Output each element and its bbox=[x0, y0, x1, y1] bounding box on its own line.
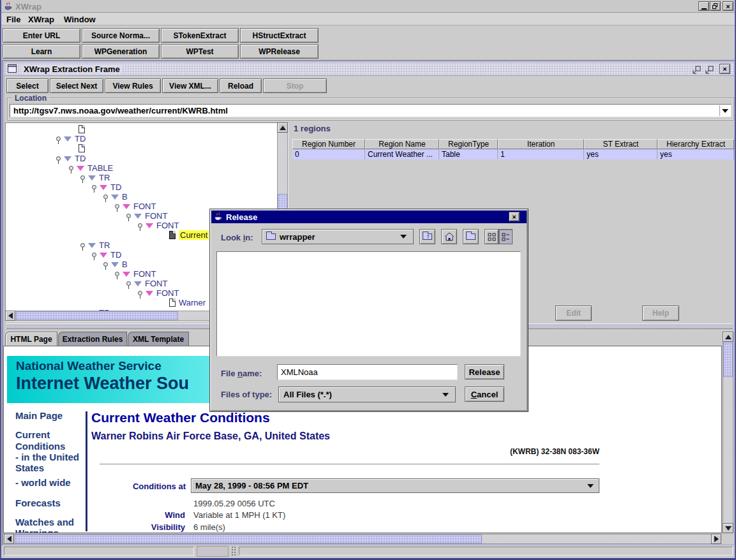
tree-node[interactable]: FONT bbox=[115, 202, 156, 211]
extraction-frame-title-bar: XWrap Extraction Frame × bbox=[4, 63, 734, 76]
conditions-dropdown[interactable]: May 28, 1999 - 08:56 PM EDT bbox=[191, 478, 599, 493]
tree-node[interactable] bbox=[79, 124, 88, 134]
release-dialog-close-button[interactable]: × bbox=[509, 212, 520, 221]
frame-close-button[interactable]: × bbox=[719, 64, 730, 74]
frame-iconify-icon[interactable] bbox=[693, 65, 701, 77]
up-folder-button[interactable]: ↑ bbox=[419, 229, 435, 244]
home-icon bbox=[444, 232, 454, 241]
location-url-field[interactable]: http://tgsv7.nws.noaa.gov/weather/curren… bbox=[10, 104, 732, 117]
column-header-hierarchy-extract[interactable]: Hierarchy Extract bbox=[657, 139, 734, 149]
tree-scroll-up-button[interactable] bbox=[277, 122, 288, 133]
tree-node[interactable]: TR bbox=[80, 240, 110, 250]
file-name-field[interactable]: XMLNoaa bbox=[277, 364, 458, 380]
home-button[interactable] bbox=[441, 229, 457, 244]
stop-button[interactable]: Stop bbox=[263, 78, 327, 93]
details-view-button[interactable] bbox=[499, 229, 513, 244]
region-row-cell[interactable]: 0 bbox=[292, 149, 365, 159]
page-scroll-left-button[interactable] bbox=[4, 534, 14, 544]
new-folder-button[interactable] bbox=[463, 229, 479, 244]
nav-watches-warnings[interactable]: Watches and Warnings bbox=[15, 517, 87, 533]
tree-node[interactable]: B bbox=[103, 192, 128, 202]
source-normalize-button[interactable]: Source Norma... bbox=[82, 28, 160, 43]
column-header-region-type[interactable]: RegionType bbox=[439, 139, 498, 149]
view-xml-button[interactable]: View XML... bbox=[162, 78, 218, 93]
page-scroll-down-button[interactable] bbox=[723, 523, 733, 533]
page-vscroll-thumb[interactable] bbox=[723, 343, 733, 377]
frame-maximize-icon[interactable] bbox=[705, 65, 714, 77]
restore-button[interactable] bbox=[710, 1, 721, 11]
column-header-region-number[interactable]: Region Number bbox=[292, 139, 365, 149]
page-scroll-right-button[interactable] bbox=[711, 534, 721, 544]
cancel-button[interactable]: Cancel bbox=[465, 387, 504, 402]
menu-window[interactable]: Window bbox=[64, 15, 96, 24]
region-row-cell[interactable]: Table bbox=[439, 149, 498, 159]
conditions-dropdown-value: May 28, 1999 - 08:56 PM EDT bbox=[195, 481, 308, 490]
tree-node[interactable]: FONT bbox=[138, 221, 179, 230]
tree-node-selected[interactable]: Current bbox=[169, 230, 209, 240]
region-row-cell[interactable]: 1 bbox=[498, 149, 584, 159]
tree-node[interactable]: FONT bbox=[126, 279, 167, 288]
app-window: XWrap × File XWrap Window Enter URL Sour… bbox=[0, 0, 736, 560]
wpgeneration-button[interactable]: WPGeneration bbox=[82, 44, 160, 59]
minimize-button[interactable] bbox=[698, 1, 709, 11]
regions-summary: 1 regions bbox=[294, 124, 331, 133]
nav-world-wide[interactable]: - world wide bbox=[15, 477, 87, 488]
tab-extraction-rules[interactable]: Extraction Rules bbox=[58, 332, 127, 346]
select-next-button[interactable]: Select Next bbox=[50, 78, 103, 93]
tree-node[interactable]: TD bbox=[56, 134, 86, 144]
select-button[interactable]: Select bbox=[6, 78, 49, 93]
region-row-cell[interactable]: Current Weather ... bbox=[365, 149, 439, 159]
look-in-combobox[interactable]: wrrapper bbox=[262, 229, 414, 244]
wptest-button[interactable]: WPTest bbox=[161, 44, 239, 59]
tree-node[interactable]: TD bbox=[92, 182, 121, 192]
edit-button[interactable]: Edit bbox=[555, 306, 592, 321]
region-row-cell[interactable]: yes bbox=[657, 149, 734, 159]
location-combo-arrow[interactable] bbox=[719, 105, 730, 116]
release-button[interactable]: Release bbox=[465, 364, 504, 379]
tree-node[interactable]: FONT bbox=[115, 269, 156, 279]
tree-node[interactable]: TD bbox=[56, 154, 86, 163]
nav-current-conditions[interactable]: Current Conditions bbox=[15, 429, 87, 452]
learn-button[interactable]: Learn bbox=[3, 44, 80, 59]
hstruct-extract-button[interactable]: HStructExtract bbox=[240, 28, 319, 43]
tab-xml-template[interactable]: XML Template bbox=[128, 332, 189, 346]
status-splitter-handle[interactable] bbox=[231, 546, 236, 557]
tab-html-page[interactable]: HTML Page bbox=[5, 332, 57, 346]
nav-in-the-united-states[interactable]: - in the United States bbox=[15, 452, 87, 474]
tree-node[interactable]: TR bbox=[80, 173, 110, 182]
tree-node[interactable]: TD bbox=[92, 250, 121, 260]
tree-hscroll-thumb[interactable] bbox=[16, 311, 178, 320]
tree-node[interactable] bbox=[79, 144, 88, 153]
view-rules-button[interactable]: View Rules bbox=[105, 78, 161, 93]
menu-file[interactable]: File bbox=[6, 15, 20, 24]
help-button[interactable]: Help bbox=[642, 306, 679, 321]
menu-xwrap[interactable]: XWrap bbox=[28, 15, 54, 24]
region-row-cell[interactable]: yes bbox=[584, 149, 657, 159]
column-header-region-name[interactable]: Region Name bbox=[365, 139, 439, 149]
tree-scroll-left-button[interactable] bbox=[5, 311, 15, 321]
close-button[interactable]: × bbox=[723, 1, 733, 11]
stoken-extract-button[interactable]: STokenExtract bbox=[161, 28, 239, 43]
nav-forecasts[interactable]: Forecasts bbox=[15, 497, 87, 508]
tree-node[interactable]: FONT bbox=[138, 288, 179, 298]
document-icon bbox=[79, 144, 85, 152]
reload-button[interactable]: Reload bbox=[220, 78, 262, 93]
column-header-st-extract[interactable]: ST Extract bbox=[584, 139, 657, 149]
tree-node[interactable]: FONT bbox=[126, 211, 167, 221]
enter-url-button[interactable]: Enter URL bbox=[3, 28, 80, 43]
file-list-area[interactable] bbox=[216, 251, 521, 357]
tree-node[interactable]: TABLE bbox=[69, 163, 113, 173]
list-view-button[interactable] bbox=[484, 229, 499, 244]
page-scroll-up-button[interactable] bbox=[723, 332, 733, 342]
column-header-iteration[interactable]: Iteration bbox=[498, 139, 584, 149]
page-hscroll-thumb[interactable] bbox=[15, 534, 482, 543]
tree-handle-icon bbox=[138, 223, 142, 228]
sidebar-divider bbox=[86, 411, 87, 531]
tree-node[interactable]: Warner bbox=[169, 298, 206, 307]
wprelease-button[interactable]: WPRelease bbox=[240, 44, 319, 59]
expand-triangle-icon bbox=[88, 175, 96, 181]
tree-node[interactable]: B bbox=[103, 260, 128, 269]
files-of-type-combobox[interactable]: All Files (*.*) bbox=[278, 387, 456, 402]
nav-main-page[interactable]: Main Page bbox=[15, 410, 87, 421]
list-view-icon bbox=[488, 233, 496, 241]
